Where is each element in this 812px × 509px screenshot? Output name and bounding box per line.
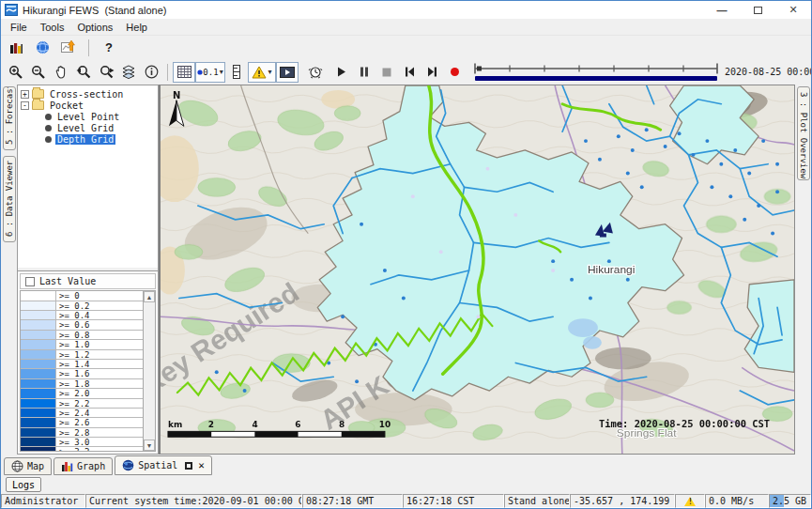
legend-row[interactable]: >= 2.0 <box>21 389 143 398</box>
legend-threshold-label: >= 0.4 <box>56 311 143 319</box>
zoom-previous-icon[interactable] <box>72 62 95 83</box>
tab-forecast[interactable]: 5 : Forecast <box>3 86 16 150</box>
title-bar: Hikurangi FEWS (Stand alone) — ✕ <box>1 1 811 19</box>
play-button[interactable] <box>330 62 353 83</box>
legend-color-swatch <box>21 320 56 329</box>
class-break-dropdown[interactable]: 0.1 ▾ <box>195 62 225 83</box>
legend-row[interactable]: >= 1.6 <box>21 369 143 378</box>
spatial-display-icon[interactable] <box>57 38 80 58</box>
legend-threshold-label: >= 3.0 <box>56 438 143 446</box>
legend-color-swatch <box>21 350 56 359</box>
legend-row[interactable]: >= 1.4 <box>21 360 143 369</box>
pause-button[interactable] <box>353 62 375 83</box>
legend-row[interactable]: >= 2.8 <box>21 428 143 438</box>
legend-threshold-label: >= 1.8 <box>56 379 143 388</box>
scroll-up-icon[interactable]: ▲ <box>144 291 155 302</box>
skip-to-end-button[interactable] <box>421 62 443 83</box>
maximize-button[interactable] <box>740 1 775 19</box>
tree-item-level-grid[interactable]: Level Grid <box>45 122 158 133</box>
tree-item-pocket[interactable]: - Pocket <box>21 100 158 111</box>
legend-row[interactable]: >= 2.2 <box>21 399 143 409</box>
tab-spatial[interactable]: Spatial ✕ <box>115 455 212 475</box>
animation-timer-icon[interactable] <box>304 62 327 83</box>
legend-row[interactable]: >= 3.0 <box>21 438 143 447</box>
skip-to-start-button[interactable] <box>398 62 421 83</box>
legend-threshold-label: >= 0.6 <box>56 320 143 329</box>
globe-wireframe-icon <box>11 460 23 472</box>
legend-threshold-label: >= 1.6 <box>56 369 143 378</box>
map-viewport[interactable]: API Key Required API Key Required <box>159 85 795 455</box>
record-button[interactable] <box>443 62 466 83</box>
maximize-panel-icon[interactable] <box>185 462 192 470</box>
legend-row[interactable]: >= 1.0 <box>21 340 143 349</box>
legend-threshold-label: >= 1.0 <box>56 340 143 348</box>
legend-row[interactable]: >= 0.8 <box>21 331 143 340</box>
stop-button[interactable] <box>375 62 398 83</box>
legend-row[interactable]: >= 0 <box>21 291 143 301</box>
scale-bar-icon[interactable] <box>225 62 248 83</box>
close-panel-icon[interactable]: ✕ <box>198 459 205 471</box>
menu-tools[interactable]: Tools <box>34 21 71 34</box>
legend-threshold-label: >= 2.0 <box>56 389 143 397</box>
menu-bar: File Tools Options Help <box>1 19 811 36</box>
info-icon[interactable] <box>140 62 162 83</box>
legend-row[interactable]: >= 0.6 <box>21 320 143 330</box>
window-title: Hikurangi FEWS (Stand alone) <box>23 5 166 16</box>
grid-display-icon[interactable] <box>173 62 195 83</box>
legend-threshold-label: >= 3.2 <box>56 447 143 451</box>
tree-item-cross-section[interactable]: + Cross-section <box>21 88 158 100</box>
status-memory[interactable]: 2.5 GB <box>769 494 811 508</box>
legend-color-swatch <box>21 369 56 378</box>
legend-row[interactable]: >= 0.4 <box>21 311 143 320</box>
scroll-down-icon[interactable]: ▼ <box>144 440 155 451</box>
close-button[interactable]: ✕ <box>775 1 811 19</box>
logs-button[interactable]: Logs <box>6 477 41 492</box>
menu-help[interactable]: Help <box>119 21 154 34</box>
layers-icon[interactable] <box>117 62 140 83</box>
legend-row[interactable]: >= 2.4 <box>21 409 143 418</box>
zoom-out-icon[interactable] <box>27 62 50 83</box>
tab-graph[interactable]: Graph <box>54 457 113 475</box>
legend-row[interactable]: >= 3.2 <box>21 447 143 451</box>
bullet-icon <box>45 125 52 131</box>
tree-item-depth-grid[interactable]: Depth Grid <box>45 133 158 145</box>
tree-item-level-point[interactable]: Level Point <box>45 111 158 122</box>
pan-hand-icon[interactable] <box>50 62 72 83</box>
status-warning[interactable] <box>675 494 705 508</box>
time-slider[interactable] <box>473 62 719 83</box>
legend-row[interactable]: >= 0.2 <box>21 301 143 311</box>
legend-panel: Last Value >= 0>= 0.2>= 0.4>= 0.6>= 0.8>… <box>18 270 158 454</box>
legend-scrollbar[interactable]: ▲ ▼ <box>143 291 155 451</box>
legend-color-scale: >= 0>= 0.2>= 0.4>= 0.6>= 0.8>= 1.0>= 1.2… <box>21 291 143 451</box>
animation-movie-icon[interactable] <box>276 62 299 83</box>
status-local-time: 16:27:18 CST <box>403 494 504 508</box>
zoom-in-icon[interactable] <box>5 62 27 83</box>
menu-file[interactable]: File <box>4 21 34 34</box>
chevron-down-icon: ▾ <box>220 68 223 76</box>
collapse-icon[interactable]: - <box>21 101 29 110</box>
left-tab-strip: 5 : Forecast 6 : Data Viewer <box>1 85 17 455</box>
tab-map[interactable]: Map <box>4 457 52 475</box>
tab-plot-overview[interactable]: 3 : Plot Overview <box>797 86 810 180</box>
status-bar: Administrator Current system time:2020-0… <box>1 494 811 508</box>
legend-row[interactable]: >= 1.2 <box>21 350 143 360</box>
status-mode: Stand alone <box>504 494 570 508</box>
help-icon[interactable]: ? <box>98 38 120 58</box>
legend-color-swatch <box>21 409 56 417</box>
chevron-down-icon: ▾ <box>268 68 271 76</box>
legend-row[interactable]: >= 1.8 <box>21 379 143 389</box>
thresholds-warning-dropdown[interactable]: ▾ <box>248 62 276 83</box>
svg-text:N: N <box>173 90 180 100</box>
map-time-overlay: Time: 2020-08-25 00:00:00 CST <box>599 418 770 429</box>
status-gmt-time: 08:27:18 GMT <box>302 494 403 508</box>
database-icon[interactable] <box>5 38 27 58</box>
last-value-checkbox[interactable] <box>25 277 35 286</box>
legend-row[interactable]: >= 2.6 <box>21 418 143 427</box>
zoom-next-icon[interactable] <box>95 62 117 83</box>
tab-data-viewer[interactable]: 6 : Data Viewer <box>3 156 16 242</box>
globe-icon[interactable] <box>31 38 54 58</box>
minimize-button[interactable]: — <box>704 1 740 19</box>
expand-icon[interactable]: + <box>21 90 29 99</box>
menu-options[interactable]: Options <box>70 21 119 34</box>
map-canvas[interactable]: API Key Required API Key Required <box>161 85 794 454</box>
